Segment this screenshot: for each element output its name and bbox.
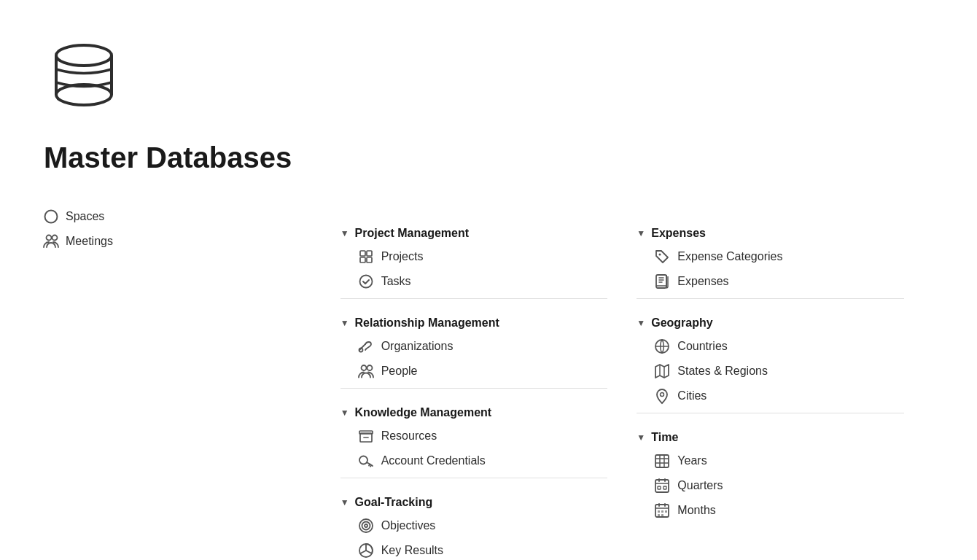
- svg-point-12: [359, 349, 362, 352]
- section-items-goal-tracking: Objectives: [358, 518, 608, 559]
- svg-rect-47: [658, 514, 660, 516]
- item-objectives[interactable]: Objectives: [358, 518, 608, 534]
- item-people[interactable]: People: [358, 363, 608, 379]
- svg-rect-45: [661, 510, 663, 513]
- meetings-icon: [44, 234, 58, 249]
- chevron-icon: ▼: [637, 318, 645, 328]
- pie-icon: [358, 542, 374, 559]
- section-header-geography[interactable]: ▼ Geography: [637, 316, 904, 330]
- section-header-project-management[interactable]: ▼ Project Management: [340, 227, 608, 240]
- chevron-icon: ▼: [637, 432, 645, 443]
- section-header-knowledge-management[interactable]: ▼ Knowledge Management: [340, 406, 608, 419]
- page: Master Databases Spaces: [0, 0, 977, 560]
- section-items-knowledge-management: Resources Account Credentials: [358, 428, 608, 469]
- item-years[interactable]: Years: [654, 453, 904, 469]
- col-1: Spaces Meetings: [44, 209, 340, 560]
- map-icon: [654, 363, 670, 379]
- svg-rect-46: [665, 510, 667, 513]
- flag-icon: [654, 338, 670, 354]
- chevron-icon: ▼: [637, 228, 645, 238]
- check-circle-icon: [358, 273, 374, 289]
- item-tasks[interactable]: Tasks: [358, 273, 608, 289]
- link-icon: [358, 338, 374, 354]
- svg-rect-44: [658, 510, 660, 513]
- people-icon: [358, 363, 374, 379]
- section-items-time: Years Qu: [654, 453, 904, 518]
- section-items-expenses: Expense Categories: [654, 249, 904, 289]
- chevron-icon: ▼: [340, 318, 349, 328]
- item-organizations[interactable]: Organizations: [358, 338, 608, 354]
- section-expenses: ▼ Expenses Expense Categories: [637, 227, 904, 289]
- svg-point-23: [659, 254, 661, 256]
- item-key-results[interactable]: Key Results: [358, 542, 608, 559]
- logo-area: [44, 35, 933, 118]
- col-3: ▼ Expenses Expense Categories: [637, 209, 933, 560]
- item-expense-categories[interactable]: Expense Categories: [654, 249, 904, 265]
- svg-point-14: [367, 365, 372, 370]
- svg-point-13: [361, 365, 366, 370]
- section-header-time[interactable]: ▼ Time: [637, 431, 904, 444]
- section-items-relationship-management: Organizations People: [358, 338, 608, 379]
- item-projects[interactable]: Projects: [358, 249, 608, 265]
- section-time: ▼ Time Y: [637, 431, 904, 518]
- section-items-geography: Countries States & Regions: [654, 338, 904, 404]
- content-grid: Spaces Meetings: [44, 209, 933, 560]
- col-2: ▼ Project Management Proj: [340, 209, 637, 560]
- cal-month-icon: [654, 502, 670, 518]
- section-relationship-management: ▼ Relationship Management: [340, 316, 608, 379]
- target-icon: [358, 518, 374, 534]
- svg-point-11: [359, 276, 372, 288]
- svg-rect-7: [360, 251, 365, 256]
- svg-rect-34: [655, 480, 669, 492]
- section-knowledge-management: ▼ Knowledge Management Resources: [340, 406, 608, 469]
- svg-rect-8: [367, 251, 372, 256]
- section-geography: ▼ Geography: [637, 316, 904, 404]
- item-spaces[interactable]: Spaces: [44, 209, 311, 224]
- item-countries[interactable]: Countries: [654, 338, 904, 354]
- circle-icon: [44, 209, 58, 224]
- tag-icon: [654, 249, 670, 265]
- grid-cal-icon: [654, 453, 670, 469]
- page-title: Master Databases: [44, 141, 933, 174]
- item-account-credentials[interactable]: Account Credentials: [358, 453, 608, 469]
- section-header-goal-tracking[interactable]: ▼ Goal-Tracking: [340, 496, 608, 509]
- svg-rect-38: [658, 486, 661, 489]
- item-quarters[interactable]: Quarters: [654, 478, 904, 494]
- svg-point-5: [47, 236, 52, 241]
- svg-rect-9: [360, 257, 365, 262]
- section-header-expenses[interactable]: ▼ Expenses: [637, 227, 904, 240]
- archive-icon: [358, 428, 374, 444]
- item-meetings[interactable]: Meetings: [44, 234, 311, 249]
- item-states-regions[interactable]: States & Regions: [654, 363, 904, 379]
- item-cities[interactable]: Cities: [654, 388, 904, 404]
- svg-point-4: [45, 211, 58, 223]
- svg-point-6: [52, 236, 58, 241]
- item-resources[interactable]: Resources: [358, 428, 608, 444]
- cal-quarter-icon: [654, 478, 670, 494]
- location-icon: [654, 388, 670, 404]
- section-goal-tracking: ▼ Goal-Tracking Objectives: [340, 496, 608, 559]
- database-icon: [44, 35, 124, 115]
- svg-point-28: [661, 393, 664, 397]
- item-expenses[interactable]: Expenses: [654, 273, 904, 289]
- svg-rect-39: [663, 486, 666, 489]
- meetings-label: Meetings: [66, 235, 113, 248]
- svg-point-18: [359, 456, 367, 464]
- svg-rect-16: [359, 431, 373, 434]
- chevron-icon: ▼: [340, 228, 349, 238]
- book-icon: [654, 273, 670, 289]
- svg-point-0: [56, 45, 112, 66]
- chevron-icon: ▼: [340, 408, 349, 418]
- item-months[interactable]: Months: [654, 502, 904, 518]
- svg-rect-48: [661, 514, 663, 516]
- section-items-project-management: Projects Tasks: [358, 249, 608, 289]
- svg-rect-10: [367, 257, 372, 262]
- key-icon: [358, 453, 374, 469]
- section-header-relationship-management[interactable]: ▼ Relationship Management: [340, 316, 608, 330]
- svg-point-20: [362, 522, 370, 530]
- svg-rect-29: [655, 455, 669, 467]
- spaces-label: Spaces: [66, 210, 104, 223]
- grid-icon: [358, 249, 374, 265]
- chevron-icon: ▼: [340, 497, 349, 508]
- svg-point-21: [365, 524, 367, 527]
